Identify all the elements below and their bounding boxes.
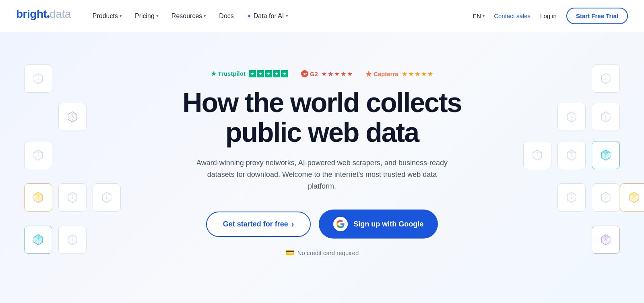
chevron-down-icon: ▾ [120,13,122,19]
contact-sales-link[interactable]: Contact sales [494,12,530,19]
grid-box-purple [592,226,620,254]
grid-box [592,183,620,212]
capterra-icon [365,71,372,77]
navbar: brightdata Products ▾ Pricing ▾ Resource… [0,0,644,32]
hero-content: ★ Trustpilot ★ ★ ★ ★ ★ G2 G2 ★ ★ ★ [183,70,462,257]
grid-box-cyan-right [592,141,620,169]
cta-row: Get started for free › Sign up with Goog… [183,210,462,239]
logo[interactable]: brightdata [16,8,71,24]
grid-box [592,103,620,131]
nav-docs[interactable]: Docs [213,9,239,23]
no-credit-card-notice: 💳 No credit card required [183,248,462,257]
grid-box [58,183,87,212]
arrow-icon: › [291,220,294,229]
language-label: EN [473,12,481,19]
login-button[interactable]: Log in [535,9,561,23]
grid-box [58,226,87,254]
capterra-star-5: ★ [427,70,433,78]
capterra-rating: Capterra ★ ★ ★ ★ ★ [365,70,433,78]
capterra-star-4: ★ [421,70,427,78]
g2-star-2: ★ [328,70,333,78]
grid-box [58,103,87,131]
grid-box [24,141,52,169]
svg-text:G2: G2 [302,73,307,76]
language-selector[interactable]: EN ▾ [469,9,489,23]
g2-star-5: ★ [347,70,353,78]
nav-ai-label: Data for AI [254,12,284,20]
sign-up-with-google-button[interactable]: Sign up with Google [319,210,438,239]
chevron-down-icon: ▾ [156,13,159,19]
trustpilot-star-1: ★ [249,70,256,77]
trustpilot-stars: ★ ★ ★ ★ ★ [249,70,288,77]
grid-box [557,103,586,131]
g2-rating: G2 G2 ★ ★ ★ ★ ★ [301,70,353,78]
nav-links: Products ▾ Pricing ▾ Resources ▾ Docs ✦ … [87,9,461,23]
ratings-row: ★ Trustpilot ★ ★ ★ ★ ★ G2 G2 ★ ★ ★ [183,70,462,78]
trustpilot-star-2: ★ [257,70,264,77]
ai-star-icon: ✦ [247,13,252,19]
trustpilot-rating: ★ Trustpilot ★ ★ ★ ★ ★ [211,70,288,77]
g2-stars: ★ ★ ★ ★ ★ [321,70,353,78]
hero-section: ★ Trustpilot ★ ★ ★ ★ ★ G2 G2 ★ ★ ★ [0,32,644,303]
capterra-star-3: ★ [415,70,420,78]
g2-star-3: ★ [334,70,340,78]
trustpilot-label: ★ Trustpilot [211,70,246,77]
nav-products-label: Products [93,12,118,20]
nav-right: EN ▾ Contact sales Log in Start Free Tri… [469,8,628,24]
grid-box [557,183,586,212]
capterra-label: Capterra [365,71,398,77]
grid-box-yellow-right [620,183,644,212]
trustpilot-star-4: ★ [273,70,280,77]
nav-resources-label: Resources [171,12,202,20]
trustpilot-star-3: ★ [265,70,272,77]
chevron-down-icon: ▾ [483,13,485,19]
nav-pricing-label: Pricing [135,12,155,20]
hero-subtitle: Award-winning proxy networks, AI-powered… [193,157,451,192]
grid-box [93,183,121,212]
grid-box [557,141,586,169]
g2-star-4: ★ [341,70,346,78]
grid-box-yellow [24,183,52,212]
start-free-trial-button[interactable]: Start Free Trial [566,8,628,24]
logo-data: data [50,8,71,21]
trustpilot-star-5: ★ [281,70,288,77]
google-icon [333,217,348,231]
nav-products[interactable]: Products ▾ [87,9,128,23]
nav-docs-label: Docs [219,12,233,20]
grid-box [24,64,52,93]
chevron-down-icon: ▾ [286,13,288,19]
credit-card-icon: 💳 [285,248,294,257]
g2-label: G2 G2 [301,70,318,77]
svg-marker-2 [365,71,372,77]
capterra-star-1: ★ [402,70,407,78]
google-g-icon [336,220,345,228]
nav-data-for-ai[interactable]: ✦ Data for AI ▾ [241,9,294,23]
grid-box-cyan [24,226,52,254]
get-started-button[interactable]: Get started for free › [206,212,311,237]
g2-icon: G2 [301,70,308,77]
capterra-star-2: ★ [408,70,414,78]
grid-box [523,141,551,169]
logo-bright: bright [16,8,47,21]
hero-title: How the world collects public web data [183,87,462,148]
nav-resources[interactable]: Resources ▾ [166,9,212,23]
grid-box [592,64,620,93]
capterra-stars: ★ ★ ★ ★ ★ [402,70,433,78]
g2-star-1: ★ [321,70,327,78]
nav-pricing[interactable]: Pricing ▾ [129,9,164,23]
chevron-down-icon: ▾ [204,13,206,19]
